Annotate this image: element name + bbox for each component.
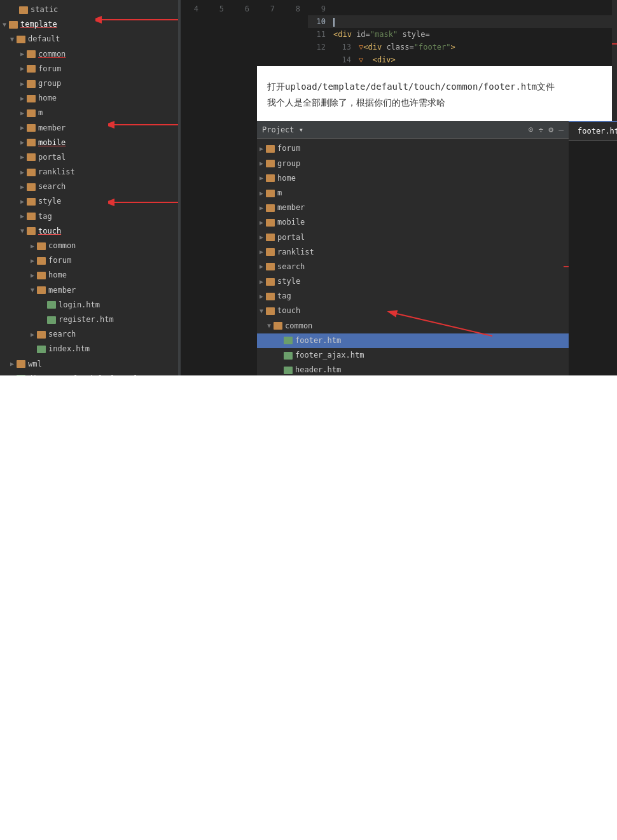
tree-label: header.htm [295,364,341,375]
tree-label: footer.htm [295,335,341,347]
tree-label: ranklist [38,166,75,178]
line-content [333,3,617,15]
line-content [333,15,617,28]
tree-item-ranklist[interactable]: ranklist [0,165,178,179]
bt-portal[interactable]: portal [257,230,569,245]
bt-m[interactable]: m [257,186,569,200]
tree-item-mobile[interactable]: mobile [0,136,178,150]
tree-arrow [31,330,37,340]
gear-icon[interactable]: ⚙ [548,123,553,136]
tree-arrow [260,291,266,302]
tree-item-touch-index[interactable]: index.htm [0,342,178,356]
line-content: 9 10 11 <div id="mask" style= [308,3,617,66]
bottom-file-tree[interactable]: forum group home m member [257,139,569,375]
bt-style[interactable]: style [257,274,569,289]
folder-icon [27,198,36,206]
bottom-file-tree-panel: Project ▾ ⊙ ÷ ⚙ — forum group [257,121,569,375]
tree-item-static[interactable]: static [0,3,178,17]
tree-item-touch-home[interactable]: home [0,268,178,283]
code-line-13: 13 ▽<div class="footer"> [333,41,617,53]
top-file-tree[interactable]: static template default common forum [0,0,178,375]
folder-icon [27,80,36,88]
bt-home[interactable]: home [257,171,569,186]
tree-item-m[interactable]: m [0,106,178,120]
folder-icon [37,286,46,294]
bt-forum[interactable]: forum [257,141,569,156]
tree-item-member[interactable]: member [0,121,178,136]
code-line-9: 9 [308,3,617,15]
file-icon [47,301,56,309]
bt-footer-htm[interactable]: footer.htm [257,333,569,348]
tree-arrow [20,167,27,178]
tree-item-portal[interactable]: portal [0,150,178,165]
text-line-1: 打开upload/template/default/touch/common/f… [267,79,617,95]
tree-item-touch-member[interactable]: member [0,283,178,298]
tree-item-touch[interactable]: touch [0,224,178,239]
tree-arrow [31,270,37,281]
bt-member[interactable]: member [257,200,569,215]
folder-icon [266,293,275,300]
tree-item-default[interactable]: default [0,32,178,46]
tree-item-home[interactable]: home [0,91,178,106]
folder-icon [37,272,46,279]
settings-icon[interactable]: ⊙ [529,123,534,136]
split-icon[interactable]: ÷ [539,123,544,136]
bt-touch[interactable]: touch [257,304,569,318]
tree-arrow [20,108,27,118]
bt-mobile[interactable]: mobile [257,215,569,230]
tree-item-register[interactable]: register.htm [0,312,178,327]
tree-item-search[interactable]: search [0,179,178,194]
folder-icon [266,145,275,153]
tab-footer-htm[interactable]: footer.htm × [569,121,617,140]
tree-label: member [277,202,305,214]
line-number: 8 [282,3,308,66]
tree-item-touch-forum[interactable]: forum [0,253,178,268]
bottom-ide-panel: Project ▾ ⊙ ÷ ⚙ — forum group [257,121,617,375]
tree-item-common[interactable]: common [0,47,178,62]
tree-label: index.htm [48,343,90,355]
tree-item-style[interactable]: style [0,194,178,209]
bt-tag[interactable]: tag [257,289,569,304]
folder-icon [37,331,46,339]
tree-item-touch-common[interactable]: common [0,239,178,253]
tree-arrow [260,277,266,287]
line-content: 13 ▽<div class="footer"> https://blog.cs… [333,41,617,66]
text-line-2: 我个人是全部删除了，根据你们的也许需求哈 [267,95,617,111]
tree-label: home [38,92,57,104]
tree-label: template [20,18,57,31]
tree-item-group[interactable]: group [0,76,178,91]
tree-label: home [277,172,296,185]
bt-header-htm[interactable]: header.htm [257,363,569,375]
tree-label: forum [48,255,71,267]
folder-icon [27,213,36,220]
bt-group[interactable]: group [257,157,569,171]
bt-search[interactable]: search [257,260,569,274]
tree-label: m [277,187,282,199]
folder-icon [266,307,275,315]
bt-ranklist[interactable]: ranklist [257,245,569,260]
bt-touch-common[interactable]: common [257,319,569,333]
bottom-code-editor: footer.htm × https://blog.csdn.net/fangk… [569,121,617,375]
folder-icon [27,183,36,191]
tree-label: static [31,4,58,16]
project-header-icons[interactable]: ⊙ ÷ ⚙ — [529,123,564,136]
tree-label: portal [38,151,66,164]
tree-item-discuz-xml[interactable]: discuz_style_default.xml [0,372,178,375]
empty-editor-area [569,141,617,375]
tree-item-login[interactable]: login.htm [0,298,178,312]
folder-icon [27,139,36,146]
bt-footer-ajax[interactable]: footer_ajax.htm [257,348,569,363]
tree-item-template[interactable]: template [0,17,178,32]
tree-item-touch-search[interactable]: search [0,327,178,342]
line-number: 9 [308,3,333,15]
tab-bar[interactable]: footer.htm × [569,121,617,141]
tree-arrow [31,285,37,295]
tree-item-forum[interactable]: forum [0,62,178,76]
minimize-icon[interactable]: — [558,123,564,136]
tree-item-wml[interactable]: wml [0,357,178,372]
line-number: 11 [308,28,333,41]
tree-item-tag[interactable]: tag [0,209,178,224]
folder-icon [266,174,275,182]
line-content: ▽ <div> [359,53,617,66]
tree-arrow [260,173,266,183]
